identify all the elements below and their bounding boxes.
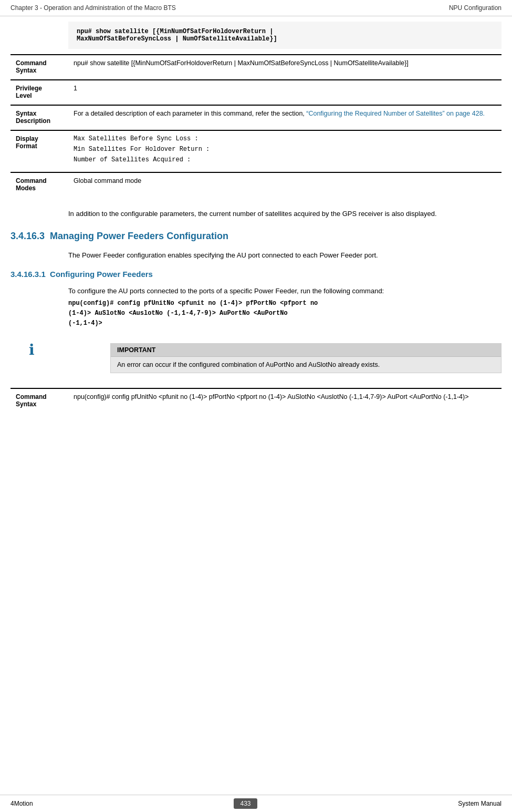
- label-command-modes: CommandModes: [11, 172, 68, 197]
- important-content: IMPORTANT An error can occur if the conf…: [53, 336, 501, 381]
- value-privilege-level: 1: [68, 80, 501, 105]
- section-3416-title: 3.4.16.3 Managing Power Feeders Configur…: [11, 231, 501, 242]
- section-3416-block: 3.4.16.3 Managing Power Feeders Configur…: [11, 231, 501, 263]
- section-3416-title-text: Managing Power Feeders Configuration: [50, 231, 228, 241]
- syntax-desc-prefix: For a detailed description of each param…: [74, 110, 306, 117]
- footer-left: 4Motion: [11, 800, 33, 807]
- page-footer: 4Motion 433 System Manual: [0, 795, 512, 812]
- header-right: NPU Configuration: [449, 4, 501, 12]
- page-content: npu# show satellite [{MinNumOfSatForHold…: [0, 16, 512, 445]
- display-format-line2: Min Satellites For Holdover Return :: [74, 146, 496, 153]
- page-number: 433: [234, 798, 257, 809]
- info-icon: ℹ: [29, 341, 35, 358]
- info-table-2: CommandSyntax npu(config)# config pfUnit…: [11, 388, 501, 413]
- syntax-desc-link[interactable]: “Configuring the Required Number of Sate…: [306, 110, 485, 117]
- table2-label-command-syntax: CommandSyntax: [11, 388, 68, 413]
- value-syntax-description: For a detailed description of each param…: [68, 105, 501, 130]
- important-box: IMPORTANT An error can occur if the conf…: [110, 343, 501, 373]
- top-command-line2: MaxNumOfSatBeforeSyncLoss | NumOfSatelli…: [77, 35, 277, 43]
- section-34161-block: 3.4.16.3.1 Configuring Power Feeders To …: [11, 270, 501, 299]
- after-table-paragraph: In addition to the configurable paramete…: [68, 204, 501, 221]
- command-block2-line1: npu(config)# config pfUnitNo <pfunit no …: [68, 300, 318, 307]
- important-box-header: IMPORTANT: [111, 344, 501, 357]
- command-block-2: npu(config)# config pfUnitNo <pfunit no …: [68, 299, 501, 329]
- important-box-body: An error can occur if the configured com…: [111, 357, 501, 373]
- value-command-syntax: npu# show satellite [{MinNumOfSatForHold…: [68, 55, 501, 80]
- table2-row-command-syntax: CommandSyntax npu(config)# config pfUnit…: [11, 388, 501, 413]
- footer-right: System Manual: [458, 800, 501, 807]
- important-icon-col: ℹ: [11, 336, 53, 358]
- label-display-format: DisplayFormat: [11, 130, 68, 172]
- table-row-privilege-level: PrivilegeLevel 1: [11, 80, 501, 105]
- label-privilege-level: PrivilegeLevel: [11, 80, 68, 105]
- table-row-display-format: DisplayFormat Max Satellites Before Sync…: [11, 130, 501, 172]
- display-format-line3: Number of Satellites Acquired :: [74, 156, 496, 163]
- section-34161-number: 3.4.16.3.1: [11, 270, 46, 279]
- command-block2-line2: (1-4)> AuSlotNo <AuslotNo (-1,1-4,7-9)> …: [68, 310, 288, 317]
- value-command-modes: Global command mode: [68, 172, 501, 197]
- label-syntax-description: SyntaxDescription: [11, 105, 68, 130]
- table-row-command-syntax: CommandSyntax npu# show satellite [{MinN…: [11, 55, 501, 80]
- label-command-syntax: CommandSyntax: [11, 55, 68, 80]
- display-format-line1: Max Satellites Before Sync Loss :: [74, 135, 496, 142]
- page-header: Chapter 3 - Operation and Administration…: [0, 0, 512, 16]
- command-block2-line3: (-1,1-4)>: [68, 320, 102, 327]
- value-display-format: Max Satellites Before Sync Loss : Min Sa…: [68, 130, 501, 172]
- top-command-block: npu# show satellite [{MinNumOfSatForHold…: [68, 22, 501, 49]
- table-row-syntax-description: SyntaxDescription For a detailed descrip…: [11, 105, 501, 130]
- section-3416-number: 3.4.16.3: [11, 231, 45, 241]
- section-34161-body: To configure the AU ports connected to t…: [68, 282, 501, 299]
- section-34161-title: 3.4.16.3.1 Configuring Power Feeders: [11, 270, 501, 279]
- table-row-command-modes: CommandModes Global command mode: [11, 172, 501, 197]
- important-row: ℹ IMPORTANT An error can occur if the co…: [11, 336, 501, 381]
- table2-value-command-syntax: npu(config)# config pfUnitNo <pfunit no …: [68, 388, 501, 413]
- header-left: Chapter 3 - Operation and Administration…: [11, 4, 176, 12]
- section-3416-body: The Power Feeder configuration enables s…: [68, 246, 501, 263]
- info-table-1: CommandSyntax npu# show satellite [{MinN…: [11, 54, 501, 197]
- section-34161-title-text: Configuring Power Feeders: [50, 270, 153, 279]
- top-command-line1: npu# show satellite [{MinNumOfSatForHold…: [77, 28, 273, 35]
